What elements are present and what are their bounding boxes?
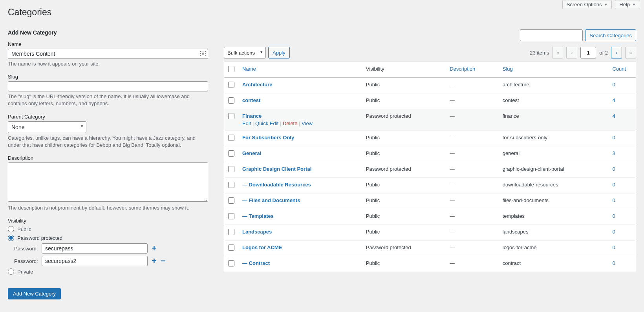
row-checkbox[interactable] [228,229,234,235]
row-checkbox[interactable] [228,113,234,119]
select-all-checkbox[interactable] [228,66,234,72]
count-link[interactable]: 0 [613,229,615,235]
row-checkbox[interactable] [228,97,234,104]
category-link[interactable]: Graphic Design Client Portal [242,166,311,172]
password-input-2[interactable] [42,256,148,266]
edit-link[interactable]: Edit [242,120,251,126]
visibility-cell: Public [362,225,446,241]
chevron-down-icon: ▼ [632,3,636,7]
add-password-icon[interactable]: + [152,243,157,254]
count-link[interactable]: 0 [613,182,615,188]
visibility-private-label: Private [17,269,33,275]
description-cell: — [446,209,499,225]
name-input[interactable] [8,49,208,59]
category-link[interactable]: General [242,150,261,156]
search-input[interactable] [520,29,583,41]
form-heading: Add New Category [8,29,208,36]
count-link[interactable]: 3 [613,150,615,156]
category-link[interactable]: For Subscribers Only [242,135,294,140]
category-link[interactable]: — Downloadable Resources [242,182,311,188]
name-label: Name [8,41,208,47]
bulk-actions-select[interactable]: Bulk actions [224,47,266,58]
category-link[interactable]: contest [242,97,260,103]
category-link[interactable]: — Files and Documents [242,197,300,203]
table-row: contestPublic—contest4 [224,93,636,109]
row-checkbox[interactable] [228,260,234,266]
category-link[interactable]: Logos for ACME [242,244,282,250]
description-textarea[interactable] [8,162,208,202]
slug-cell: landscapes [499,225,609,241]
slug-cell: general [499,146,609,162]
search-button[interactable]: Search Categories [585,29,636,41]
visibility-cell: Password protected [362,241,446,256]
table-row: For Subscribers OnlyPublic—for-subscribe… [224,131,636,146]
description-cell: — [446,146,499,162]
description-cell: — [446,93,499,109]
view-link[interactable]: View [302,120,313,126]
category-link[interactable]: Architecture [242,82,273,88]
table-row: LandscapesPublic—landscapes0 [224,225,636,241]
count-link[interactable]: 0 [613,260,615,266]
slug-cell: downloadable-resources [499,178,609,193]
row-checkbox[interactable] [228,197,234,204]
quick-edit-link[interactable]: Quick Edit [255,120,278,126]
table-row: — Downloadable ResourcesPublic—downloada… [224,178,636,193]
password-input-1[interactable] [42,243,148,254]
description-cell: — [446,109,499,131]
add-category-button[interactable]: Add New Category [8,288,61,299]
visibility-cell: Public [362,193,446,209]
parent-select[interactable]: None [8,121,86,133]
slug-cell: architecture [499,78,609,93]
parent-desc: Categories, unlike tags, can have a hier… [8,135,208,149]
category-link[interactable]: — Templates [242,213,274,219]
count-link[interactable]: 0 [613,166,615,172]
add-password-icon[interactable]: + [152,256,157,266]
count-link[interactable]: 4 [613,113,615,119]
visibility-private-radio[interactable] [8,268,14,275]
category-link[interactable]: — Contract [242,260,270,266]
table-row: Logos for ACMEPassword protected—logos-f… [224,241,636,256]
description-label: Description [8,155,208,161]
description-cell: — [446,131,499,146]
visibility-cell: Public [362,256,446,272]
apply-button[interactable]: Apply [268,47,290,58]
page-title: Categories [8,7,636,18]
items-count: 23 items [530,50,549,56]
col-name[interactable]: Name [238,62,362,78]
col-count[interactable]: Count [609,62,636,78]
col-visibility: Visibility [362,62,446,78]
description-cell: — [446,225,499,241]
autofill-icon: ≡ [200,51,206,56]
row-checkbox[interactable] [228,135,234,141]
row-checkbox[interactable] [228,213,234,219]
count-link[interactable]: 0 [613,197,615,203]
help-button[interactable]: Help▼ [615,0,640,9]
visibility-password-radio[interactable] [8,235,14,241]
col-description[interactable]: Description [446,62,499,78]
next-page-button[interactable]: › [611,47,622,58]
screen-options-button[interactable]: Screen Options▼ [562,0,612,9]
row-checkbox[interactable] [228,166,234,172]
description-cell: — [446,193,499,209]
delete-link[interactable]: Delete [283,120,298,126]
count-link[interactable]: 0 [613,82,615,88]
row-checkbox[interactable] [228,182,234,188]
category-link[interactable]: Finance [242,113,262,119]
current-page-input[interactable] [580,47,596,58]
count-link[interactable]: 4 [613,97,615,103]
category-link[interactable]: Landscapes [242,229,272,235]
remove-password-icon[interactable]: − [161,256,166,266]
col-slug[interactable]: Slug [499,62,609,78]
count-link[interactable]: 0 [613,244,615,250]
count-link[interactable]: 0 [613,135,615,140]
slug-cell: templates [499,209,609,225]
visibility-public-radio[interactable] [8,226,14,232]
row-checkbox[interactable] [228,244,234,251]
table-row: — TemplatesPublic—templates0 [224,209,636,225]
count-link[interactable]: 0 [613,213,615,219]
slug-cell: finance [499,109,609,131]
row-checkbox[interactable] [228,82,234,88]
row-checkbox[interactable] [228,150,234,157]
visibility-public-label: Public [17,226,31,232]
slug-input[interactable] [8,81,208,91]
